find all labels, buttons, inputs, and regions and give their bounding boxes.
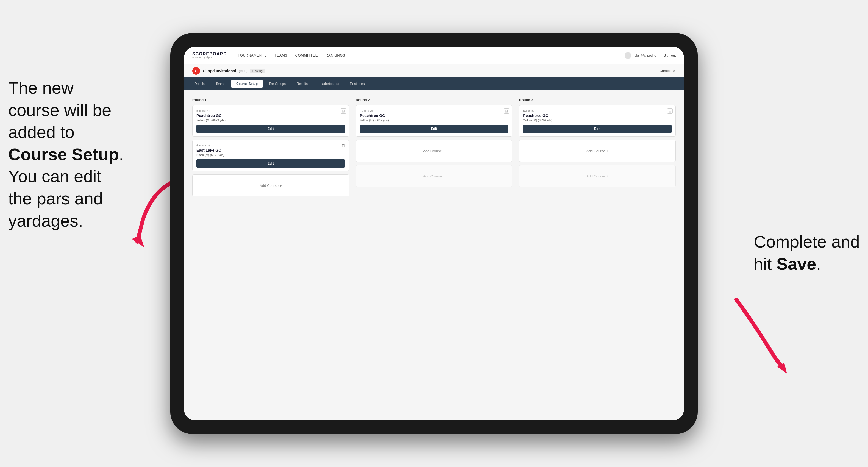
annotation-line6: the pars and <box>8 189 103 208</box>
tournament-left: C Clippd Invitational (Men) Hosting <box>192 67 265 75</box>
cancel-label[interactable]: Cancel <box>659 69 671 73</box>
annotation-right-bold: Save <box>777 254 816 273</box>
cancel-area[interactable]: Cancel ✕ <box>659 68 676 73</box>
tournament-badge: Hosting <box>250 69 265 73</box>
top-nav: SCOREBOARD Powered by clippd TOURNAMENTS… <box>184 47 684 64</box>
nav-teams[interactable]: TEAMS <box>274 53 287 57</box>
round3-course-a-badge: (Course A) <box>523 109 672 112</box>
tournament-logo: C <box>192 67 200 75</box>
annotation-line2: course will be <box>8 100 112 120</box>
nav-right: blair@clippd.io | Sign out <box>625 52 676 59</box>
round1-course-a-name: Peachtree GC <box>196 114 345 118</box>
round3-course-a-delete[interactable]: ⊟ <box>667 108 673 114</box>
svg-marker-0 <box>132 235 144 247</box>
tablet-frame: SCOREBOARD Powered by clippd TOURNAMENTS… <box>170 33 698 434</box>
round3-course-a-tee: Yellow (M) (6629 yds) <box>523 119 672 122</box>
round-2-column: Round 2 ⊟ (Course A) Peachtree GC Yellow… <box>356 98 513 200</box>
tab-details[interactable]: Details <box>189 80 210 88</box>
close-icon[interactable]: ✕ <box>672 68 676 73</box>
logo-scoreboard: SCOREBOARD <box>192 52 227 57</box>
nav-rankings[interactable]: RANKINGS <box>326 53 345 57</box>
round1-course-b-name: East Lake GC <box>196 148 345 152</box>
nav-tournaments[interactable]: TOURNAMENTS <box>238 53 267 57</box>
tab-leaderboards[interactable]: Leaderboards <box>314 80 344 88</box>
round2-add-course-2: Add Course + <box>356 165 513 187</box>
round1-add-course-label: Add Course + <box>259 184 282 188</box>
tab-tee-groups[interactable]: Tee Groups <box>264 80 290 88</box>
round1-course-b-tee: Black (M) (6891 yds) <box>196 153 345 157</box>
nav-left: SCOREBOARD Powered by clippd TOURNAMENTS… <box>192 52 345 59</box>
round1-course-b-edit[interactable]: Edit <box>196 159 345 167</box>
round1-add-course[interactable]: Add Course + <box>192 175 349 196</box>
round2-add-course-2-label: Add Course + <box>423 174 445 178</box>
round-1-label: Round 1 <box>192 98 349 102</box>
round2-course-a-delete[interactable]: ⊟ <box>504 108 509 114</box>
round1-course-a-tee: Yellow (M) (6629 yds) <box>196 119 345 122</box>
round3-course-a-edit[interactable]: Edit <box>523 125 672 133</box>
annotation-right-line1: Complete and <box>754 232 860 251</box>
annotation-right: Complete and hit Save. <box>754 231 860 275</box>
tab-bar: Details Teams Course Setup Tee Groups Re… <box>184 77 684 90</box>
round1-course-b-delete[interactable]: ⊟ <box>341 143 346 148</box>
tournament-gender: (Men) <box>239 69 247 73</box>
arrow-right-icon <box>720 288 808 376</box>
round-1-column: Round 1 ⊟ (Course A) Peachtree GC Yellow… <box>192 98 349 200</box>
tournament-name: Clippd Invitational <box>203 69 236 73</box>
annotation-bold: Course Setup <box>8 145 119 164</box>
round-3-label: Round 3 <box>519 98 676 102</box>
round1-course-a-edit[interactable]: Edit <box>196 125 345 133</box>
round2-course-a-name: Peachtree GC <box>360 114 508 118</box>
user-email: blair@clippd.io <box>634 54 656 57</box>
sign-out-link[interactable]: Sign out <box>663 54 676 57</box>
round2-course-a-card: ⊟ (Course A) Peachtree GC Yellow (M) (66… <box>356 105 513 136</box>
logo-powered: Powered by clippd <box>192 56 227 59</box>
round3-add-course-2: Add Course + <box>519 165 676 187</box>
round3-add-course-2-label: Add Course + <box>586 174 609 178</box>
annotation-line5: You can edit <box>8 167 101 186</box>
tab-results[interactable]: Results <box>292 80 313 88</box>
round3-add-course-1[interactable]: Add Course + <box>519 140 676 162</box>
rounds-grid: Round 1 ⊟ (Course A) Peachtree GC Yellow… <box>192 98 676 200</box>
main-content: Round 1 ⊟ (Course A) Peachtree GC Yellow… <box>184 90 684 420</box>
tournament-bar: C Clippd Invitational (Men) Hosting Canc… <box>184 64 684 77</box>
round-2-label: Round 2 <box>356 98 513 102</box>
annotation-line3: added to <box>8 123 74 142</box>
round3-course-a-card: ⊟ (Course A) Peachtree GC Yellow (M) (66… <box>519 105 676 136</box>
avatar <box>625 52 631 59</box>
annotation-line1: The new <box>8 78 73 97</box>
nav-committee[interactable]: COMMITTEE <box>295 53 318 57</box>
tab-teams[interactable]: Teams <box>211 80 230 88</box>
nav-links: TOURNAMENTS TEAMS COMMITTEE RANKINGS <box>238 53 345 57</box>
round3-course-a-name: Peachtree GC <box>523 114 672 118</box>
tab-printables[interactable]: Printables <box>345 80 369 88</box>
round2-course-a-badge: (Course A) <box>360 109 508 112</box>
round2-course-a-edit[interactable]: Edit <box>360 125 508 133</box>
round2-add-course-1[interactable]: Add Course + <box>356 140 513 162</box>
tab-course-setup[interactable]: Course Setup <box>231 80 262 88</box>
round1-course-b-card: ⊟ (Course B) East Lake GC Black (M) (689… <box>192 140 349 171</box>
round1-course-a-card: ⊟ (Course A) Peachtree GC Yellow (M) (66… <box>192 105 349 136</box>
round2-course-a-tee: Yellow (M) (6629 yds) <box>360 119 508 122</box>
round1-course-a-badge: (Course A) <box>196 109 345 112</box>
round3-add-course-1-label: Add Course + <box>586 149 609 153</box>
annotation-line7: yardages. <box>8 211 83 230</box>
round2-add-course-1-label: Add Course + <box>423 149 445 153</box>
round1-course-a-delete[interactable]: ⊟ <box>341 108 346 114</box>
round1-course-b-badge: (Course B) <box>196 144 345 147</box>
logo-area: SCOREBOARD Powered by clippd <box>192 52 227 59</box>
round-3-column: Round 3 ⊟ (Course A) Peachtree GC Yellow… <box>519 98 676 200</box>
tablet-screen: SCOREBOARD Powered by clippd TOURNAMENTS… <box>184 47 684 420</box>
